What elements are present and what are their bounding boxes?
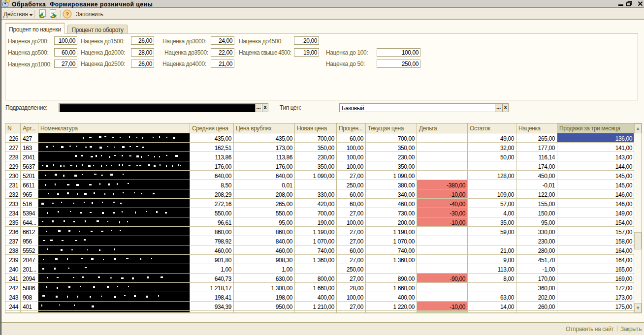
svg-text:?: ? — [65, 11, 69, 17]
